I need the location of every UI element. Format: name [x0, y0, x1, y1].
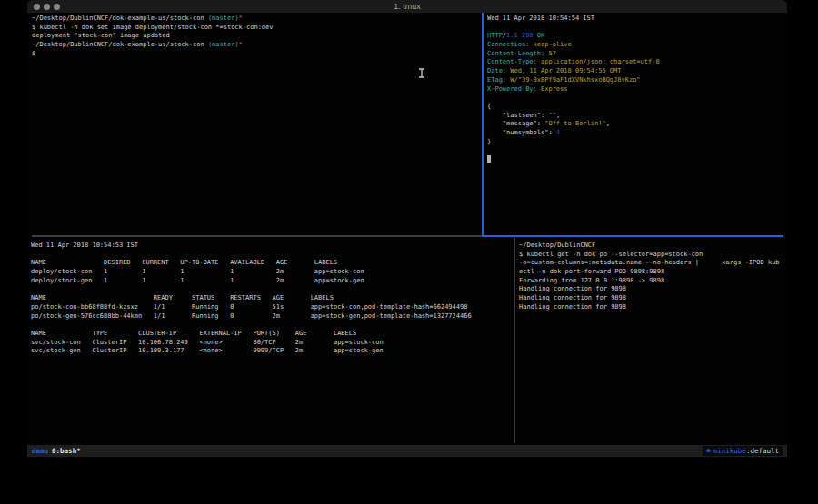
terminal-text-segment: Wed 11 Apr 2018 10:54:54 IST: [487, 15, 594, 22]
terminal-text-segment: Express: [537, 85, 568, 93]
terminal-text-segment: svc/stock-gen ClusterIP 10.109.3.177 <no…: [31, 347, 384, 354]
pane-divider-vertical-bottom[interactable]: [514, 238, 515, 443]
terminal-line: [487, 155, 783, 164]
terminal-text-segment: ~/Desktop/DublinCNCF/dok-example-us/stoc…: [32, 15, 208, 22]
terminal-line: Date: Wed, 11 Apr 2018 09:54:55 GMT: [487, 67, 783, 76]
terminal-line: ectl -n dok port-forward POD 9898:9898: [519, 268, 786, 277]
terminal-line: [31, 285, 512, 294]
kube-context-name: minikube: [713, 446, 746, 456]
terminal-line: deploy/stock-con 1 1 1 1 2m app=stock-co…: [31, 268, 512, 277]
kube-context-indicator: ☸ minikube :default: [703, 446, 783, 456]
terminal-text-segment: "numsymbols":: [487, 129, 556, 136]
terminal-text-segment: $ kubectl -n dok set image deployment/st…: [32, 24, 274, 31]
desktop-background: 1. tmux ~/Desktop/DublinCNCF/dok-example…: [0, 0, 818, 504]
mouse-ibeam-cursor: [418, 64, 425, 74]
zoom-button[interactable]: [54, 4, 60, 10]
terminal-line: $ kubectl get -n dok po --selector=app=s…: [519, 251, 786, 260]
pane-divider-horizontal-right[interactable]: [482, 235, 783, 237]
terminal-line: Content-Type: application/json; charset=…: [487, 58, 783, 67]
terminal-text-segment: application/json; charset=utf-8: [537, 58, 660, 65]
terminal-text-segment: "Off to Berlin!": [544, 120, 605, 127]
terminal-text-segment: ETag:: [487, 76, 506, 84]
terminal-line: Content-Length: 57: [487, 50, 783, 59]
terminal-line: ~/Desktop/DublinCNCF/dok-example-us/stoc…: [32, 41, 479, 50]
tmux-window-label[interactable]: 0:bash*: [52, 445, 81, 457]
terminal-text-segment: 4: [556, 129, 560, 136]
terminal-line: svc/stock-gen ClusterIP 10.109.3.177 <no…: [31, 347, 512, 356]
terminal-text-segment: 1.1 200: [506, 32, 534, 39]
terminal-line: deployment "stock-con" image updated: [32, 32, 479, 41]
terminal-line: Connection: keep-alive: [487, 41, 783, 50]
pane-divider-horizontal-left[interactable]: [32, 235, 482, 237]
traffic-lights: [34, 0, 60, 13]
terminal-line: [487, 94, 783, 103]
terminal-line: [31, 251, 512, 260]
pane-divider-vertical-top[interactable]: [482, 13, 484, 236]
terminal-line: ~/Desktop/DublinCNCF: [519, 242, 786, 251]
terminal-line: "lastseen": "",: [487, 112, 783, 121]
terminal-window: 1. tmux ~/Desktop/DublinCNCF/dok-example…: [27, 0, 787, 457]
terminal-text-segment: 57: [544, 50, 556, 57]
terminal-text-segment: Content-Type:: [487, 58, 537, 65]
terminal-text-segment: *: [239, 41, 243, 48]
terminal-line: [487, 146, 783, 155]
terminal-line: HTTP/1.1 200 OK: [487, 32, 783, 41]
terminal-line: NAME TYPE CLUSTER-IP EXTERNAL-IP PORT(S)…: [31, 330, 512, 339]
terminal-line: }: [487, 138, 783, 147]
terminal-line: NAME DESIRED CURRENT UP-TO-DATE AVAILABL…: [31, 259, 512, 268]
window-title: 1. tmux: [27, 0, 787, 13]
tmux-session-name: demo: [32, 445, 48, 457]
terminal-line: -o=custom-columns=:metadata.name --no-he…: [519, 259, 786, 268]
terminal-text-segment: (master): [208, 41, 239, 48]
terminal-text-segment: ectl -n dok port-forward POD 9898:9898: [519, 268, 664, 275]
terminal-text-segment: po/stock-con-bb68f88fd-kzsxz 1/1 Running…: [31, 303, 467, 311]
terminal-text-segment: Handling connection for 9898: [519, 285, 626, 292]
tmux-status-bar: demo 0:bash* ☸ minikube :default: [27, 445, 787, 457]
terminal-line: [31, 321, 512, 330]
pane-bottom-left-kubectl-resources[interactable]: Wed 11 Apr 2018 10:54:53 IST NAME DESIRE…: [31, 242, 512, 443]
terminal-line: "numsymbols": 4: [487, 129, 783, 138]
terminal-text-segment: "": [548, 112, 555, 119]
terminal-line: [487, 24, 783, 33]
terminal-line: ~/Desktop/DublinCNCF/dok-example-us/stoc…: [32, 15, 479, 24]
terminal-text-segment: Forwarding from 127.0.0.1:9898 -> 9898: [519, 277, 664, 284]
terminal-text-segment: X-Powered-By:: [487, 85, 537, 93]
terminal-line: Wed 11 Apr 2018 10:54:53 IST: [31, 242, 512, 251]
terminal-text-segment: [487, 155, 491, 163]
terminal-text-segment: Wed, 11 Apr 2018 09:54:55 GMT: [506, 67, 621, 74]
close-button[interactable]: [34, 4, 40, 10]
terminal-text-segment: Handling connection for 9898: [519, 294, 626, 301]
terminal-text-segment: W/"39-0xBPf9aF1dXVNkhsxoBQgJ8vKzo": [506, 76, 641, 84]
terminal-text-segment: NAME TYPE CLUSTER-IP EXTERNAL-IP PORT(S)…: [31, 330, 356, 337]
minimize-button[interactable]: [44, 4, 50, 10]
terminal-text-segment: "message":: [487, 120, 544, 127]
window-titlebar[interactable]: 1. tmux: [27, 0, 787, 13]
terminal-text-segment: ~/Desktop/DublinCNCF/dok-example-us/stoc…: [32, 41, 208, 48]
terminal-line: Handling connection for 9898: [519, 303, 786, 312]
terminal-line: Wed 11 Apr 2018 10:54:54 IST: [487, 15, 783, 24]
terminal-text-segment: Connection:: [487, 41, 529, 48]
terminal-text-segment: svc/stock-con ClusterIP 10.106.78.249 <n…: [31, 339, 384, 346]
pane-bottom-right-port-forward[interactable]: ~/Desktop/DublinCNCF$ kubectl get -n dok…: [519, 242, 786, 443]
pane-top-right-http-response[interactable]: Wed 11 Apr 2018 10:54:54 IST HTTP/1.1 20…: [487, 15, 783, 234]
terminal-text-segment: $ kubectl get -n dok po --selector=app=s…: [519, 251, 703, 258]
terminal-text-segment: deployment "stock-con" image updated: [32, 32, 170, 39]
terminal-line: Handling connection for 9898: [519, 294, 786, 303]
terminal-text-segment: ,: [606, 120, 610, 127]
terminal-text-segment: Content-Length:: [487, 50, 544, 57]
terminal-line: NAME READY STATUS RESTARTS AGE LABELS: [31, 294, 512, 303]
terminal-text-segment: deploy/stock-gen 1 1 1 1 2m app=stock-ge…: [31, 277, 364, 284]
terminal-text-segment: po/stock-gen-576cc688bb-44kmn 1/1 Runnin…: [31, 312, 472, 320]
terminal-line: X-Powered-By: Express: [487, 85, 783, 94]
pane-top-left-shell[interactable]: ~/Desktop/DublinCNCF/dok-example-us/stoc…: [32, 15, 479, 234]
terminal-text-segment: HTTP: [487, 32, 503, 39]
terminal-text-segment: Date:: [487, 67, 506, 74]
terminal-content: ~/Desktop/DublinCNCF/dok-example-us/stoc…: [27, 13, 787, 445]
terminal-text-segment: deploy/stock-con 1 1 1 1 2m app=stock-co…: [31, 268, 364, 275]
terminal-text-segment: *: [239, 15, 243, 22]
terminal-text-segment: NAME DESIRED CURRENT UP-TO-DATE AVAILABL…: [31, 259, 337, 266]
terminal-line: svc/stock-con ClusterIP 10.106.78.249 <n…: [31, 339, 512, 348]
terminal-line: "message": "Off to Berlin!",: [487, 120, 783, 129]
terminal-text-segment: keep-alive: [529, 41, 571, 48]
terminal-text-segment: {: [487, 103, 491, 110]
